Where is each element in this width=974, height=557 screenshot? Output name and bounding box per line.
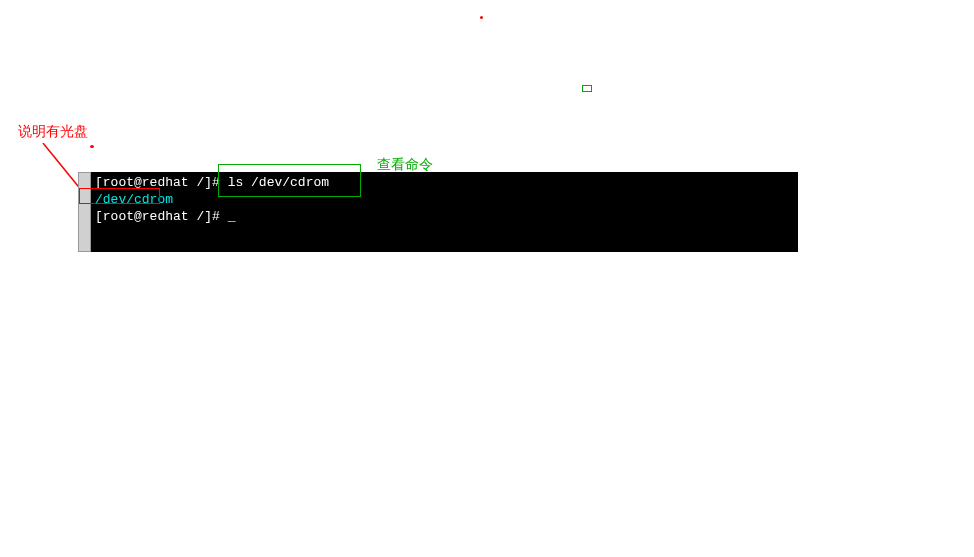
decorative-dot-2 <box>90 145 94 148</box>
prompt-user-host: root@redhat <box>103 175 189 190</box>
prompt-path: / <box>189 175 205 190</box>
terminal-scrollbar[interactable] <box>78 172 91 252</box>
cursor: _ <box>228 209 236 224</box>
prompt-bracket-open: [ <box>95 175 103 190</box>
prompt-bracket-close-2: ]# <box>204 209 227 224</box>
terminal[interactable]: [root@redhat /]# ls /dev/cdrom /dev/cdro… <box>91 172 798 252</box>
prompt-user-host-2: root@redhat <box>103 209 189 224</box>
prompt-bracket-close: ]# <box>204 175 227 190</box>
command-text: ls /dev/cdrom <box>228 175 329 190</box>
prompt-bracket-open-2: [ <box>95 209 103 224</box>
decorative-rect <box>582 85 592 92</box>
annotation-has-disc: 说明有光盘 <box>18 123 88 141</box>
line2: /dev/cdrom <box>95 192 173 207</box>
prompt-path-2: / <box>189 209 205 224</box>
line3: [root@redhat /]# _ <box>95 209 235 224</box>
output-cdrom: /dev/cdrom <box>95 192 173 207</box>
line1: [root@redhat /]# ls /dev/cdrom <box>95 175 329 190</box>
svg-line-0 <box>43 143 82 191</box>
decorative-dot <box>480 16 483 19</box>
